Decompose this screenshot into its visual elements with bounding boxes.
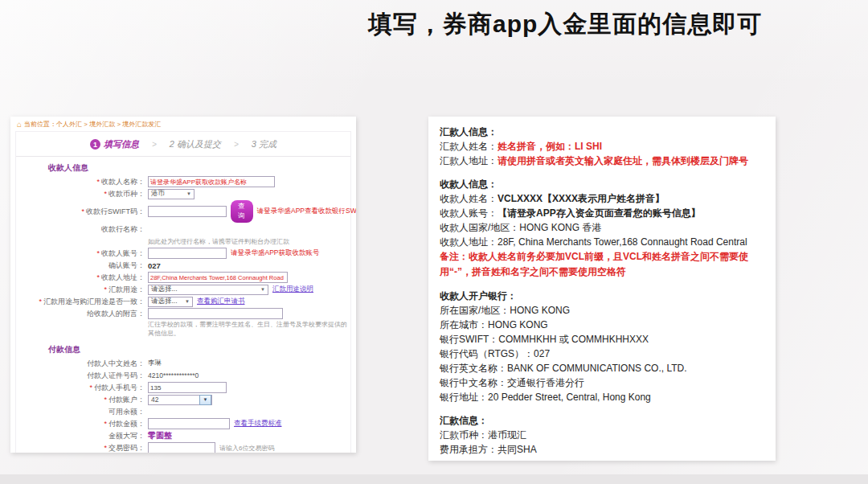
purchase-form-link[interactable]: 查看购汇申请书	[197, 297, 245, 306]
required-mark: *	[104, 396, 107, 404]
field-payer-name: 付款人中文姓名： 李琳	[16, 358, 350, 369]
required-mark: *	[96, 273, 100, 281]
progress-steps: 1 填写信息 > 2 确认及提交 > 3 完成	[16, 132, 350, 157]
step-fill-info: 1 填写信息	[90, 138, 139, 150]
message-note-row: 汇往学校的款项，需要注明学生姓名、生日、注册号及学校要求提供的其他信息。	[16, 320, 350, 338]
spacer	[440, 168, 764, 177]
payer-phone-label: *付款人手机号：	[16, 383, 145, 393]
payee-account-input[interactable]	[148, 248, 227, 259]
amount-input[interactable]	[148, 418, 230, 429]
bank-code-line: 银行代码（RTGS）：027	[440, 347, 764, 361]
bank-address-line: 银行地址：20 Pedder Street, Central, Hong Kon…	[440, 390, 764, 404]
remitter-section-title: 汇款人信息：	[440, 125, 764, 139]
label-text: 付款人手机号：	[94, 384, 145, 392]
field-swift: *收款行SWIFT码： 查 询 请登录华盛APP查看收款银行SWIFT码	[16, 200, 350, 223]
purpose-match-label: *汇款用途与购汇用途是否一致：	[16, 297, 145, 307]
password-hint: 请输入6位交易密码	[219, 444, 274, 453]
swift-hint: 请登录华盛APP查看收款银行SWIFT码	[257, 207, 357, 216]
purpose-label: *汇款用途：	[16, 285, 145, 295]
purpose-help-link[interactable]: 汇款用途说明	[272, 285, 313, 294]
payee-section-title: 收款人信息：	[440, 177, 764, 191]
step-done: 3 完成	[252, 138, 276, 150]
value: VCLXXXX【XXXX表示用户姓名拼音】	[497, 193, 665, 204]
label-text: 收款币种：	[108, 190, 145, 198]
remit-section-title: 汇款信息：	[440, 413, 764, 428]
message-input[interactable]	[148, 308, 283, 319]
amount-words-label: 金额大写：	[16, 431, 145, 441]
label: 收款人姓名：	[440, 193, 497, 204]
payer-name-label: 付款人中文姓名：	[16, 359, 145, 369]
payee-country-line: 收款人国家/地区：HONG KONG 香港	[440, 220, 764, 235]
label: 汇款人姓名：	[440, 141, 497, 152]
step1-label: 填写信息	[104, 138, 139, 150]
label-text: 收款人账号：	[101, 249, 145, 257]
query-button[interactable]: 查 询	[231, 200, 253, 223]
value: HONG KONG 香港	[519, 222, 601, 233]
spacer	[440, 280, 764, 289]
label-text: 确认账号：	[108, 261, 145, 269]
step1-number: 1	[90, 139, 100, 150]
payee-account-line: 收款人账号：【请登录APP存入资金页面查看您的账号信息】	[440, 206, 764, 220]
field-currency: *收款币种： 港币 ▼	[16, 188, 350, 199]
spacer	[440, 404, 764, 413]
label-text: 付款人证件号码：	[87, 371, 145, 379]
payee-address-line: 收款人地址：28F, China Merchants Tower,168 Con…	[440, 235, 764, 249]
field-balance: 可用余额：	[16, 406, 350, 417]
label: 汇款人地址：	[440, 155, 497, 166]
label-text: 给收款人的附言：	[87, 310, 145, 318]
payee-name-label: *收款人名称：	[16, 177, 145, 187]
breadcrumb-text: 当前位置：个人外汇 > 境外汇款 > 境外汇款发汇	[24, 120, 161, 129]
field-amount: *付款金额： 查看手续费标准	[16, 418, 350, 429]
field-bank-name: 收款行名称：	[16, 224, 350, 235]
remit-fee-line: 费用承担方：共同SHA	[440, 442, 764, 457]
bank-section-title: 收款人开户银行：	[440, 289, 764, 303]
chevron-down-icon: ▼	[185, 299, 190, 304]
currency-label: *收款币种：	[16, 189, 145, 199]
remitter-name-line: 汇款人姓名：姓名拼音，例如：LI SHI	[440, 139, 764, 154]
payee-note: 备注：收款人姓名前务必要加VCL前缀，且VCL和姓名拼音之间不需要使用“-”，拼…	[440, 249, 764, 280]
purpose-match-select[interactable]: 请选择... ▼	[148, 297, 193, 307]
confirm-account-label: 确认账号：	[16, 260, 145, 271]
label-text: 汇款用途与购汇用途是否一致：	[43, 297, 145, 306]
required-mark: *	[81, 207, 84, 215]
bank-country-line: 所在国家/地区：HONG KONG	[440, 303, 764, 318]
bank-name-note: 如此处为代理行名称，请携带证件到柜台办理汇款	[148, 237, 289, 246]
field-message: 给收款人的附言：	[16, 308, 350, 319]
chevron-down-icon: ▼	[186, 191, 191, 196]
purpose-select-value: 请选择...	[151, 285, 178, 294]
fee-standard-link[interactable]: 查看手续费标准	[234, 419, 282, 429]
chevron-down-icon: ▼	[260, 287, 265, 292]
payer-phone-input[interactable]	[148, 382, 227, 393]
payee-name-input[interactable]	[148, 176, 275, 187]
label-text: 可用余额：	[108, 408, 145, 416]
payer-account-select[interactable]: 42 ▼	[148, 395, 212, 405]
required-mark: *	[104, 444, 107, 452]
currency-select-value: 港币	[151, 189, 165, 199]
required-mark: *	[104, 190, 107, 198]
value: 姓名拼音，例如：LI SHI	[497, 141, 602, 152]
remittance-form-panel: ⌂ 当前位置：个人外汇 > 境外汇款 > 境外汇款发汇 1 填写信息 > 2 确…	[10, 117, 356, 453]
breadcrumb: ⌂ 当前位置：个人外汇 > 境外汇款 > 境外汇款发汇	[10, 117, 356, 130]
remitter-address-line: 汇款人地址：请使用拼音或者英文输入家庭住址，需具体到楼层及门牌号	[440, 154, 764, 168]
purpose-select[interactable]: 请选择... ▼	[148, 285, 268, 295]
value: 请使用拼音或者英文输入家庭住址，需具体到楼层及门牌号	[497, 155, 748, 166]
bank-swift-line: 银行SWIFT：COMMHKHH 或 COMMHKHHXXX	[440, 332, 764, 347]
value: 28F, China Merchants Tower,168 Connaught…	[497, 236, 747, 248]
confirm-account-value: 027	[148, 261, 161, 270]
payer-account-select-value: 42	[151, 396, 158, 404]
payer-id-value: 4210************0	[148, 371, 199, 379]
label-text: 付款账户：	[108, 396, 145, 404]
currency-select[interactable]: 港币 ▼	[148, 189, 194, 199]
payer-id-label: 付款人证件号码：	[16, 371, 145, 381]
label-text: 金额大写：	[108, 432, 145, 440]
field-confirm-account: 确认账号： 027	[16, 260, 350, 271]
field-payee-account: *收款人账号： 请登录华盛APP获取收款账号	[16, 248, 350, 259]
bottom-bar	[0, 474, 868, 484]
payee-address-input[interactable]	[148, 272, 288, 283]
password-input[interactable]	[148, 442, 215, 453]
required-mark: *	[104, 420, 107, 428]
swift-input[interactable]	[148, 206, 227, 217]
payee-account-hint: 请登录华盛APP获取收款账号	[231, 248, 320, 258]
bank-name-label: 收款行名称：	[16, 224, 145, 235]
label-text: 收款行名称：	[101, 225, 145, 233]
